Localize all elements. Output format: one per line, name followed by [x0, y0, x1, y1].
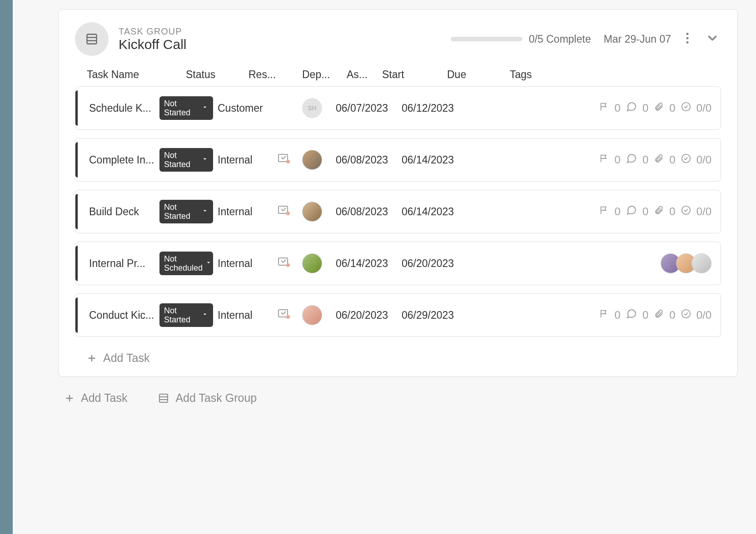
assignee-cell[interactable] [302, 305, 336, 325]
start-date[interactable]: 06/07/2023 [336, 102, 402, 114]
avatar[interactable]: SH [302, 98, 322, 118]
dependency-cell[interactable] [267, 153, 302, 167]
status-select[interactable]: Not Started [159, 148, 213, 172]
due-date[interactable]: 06/14/2023 [402, 154, 483, 166]
col-due[interactable]: Due [447, 69, 506, 81]
task-row[interactable]: Complete In...Not StartedInternal06/08/2… [75, 138, 721, 182]
tag-avatar-stack[interactable] [661, 253, 711, 273]
task-row[interactable]: Build DeckNot StartedInternal06/08/20230… [75, 190, 721, 233]
add-task-group-button[interactable]: Add Task Group [156, 390, 259, 406]
status-select[interactable]: Not Started [159, 200, 213, 223]
counter: 0 [669, 205, 675, 218]
svg-rect-13 [279, 258, 288, 265]
svg-point-6 [681, 103, 690, 111]
assignee-cell[interactable] [302, 202, 336, 222]
kebab-menu-icon[interactable] [684, 30, 691, 48]
task-name[interactable]: Internal Pr... [89, 257, 159, 270]
task-name[interactable]: Complete In... [89, 154, 159, 166]
comment-icon[interactable] [626, 205, 637, 218]
col-start[interactable]: Start [382, 69, 443, 81]
counter: 0 [669, 309, 675, 321]
task-name[interactable]: Conduct Kic... [89, 309, 159, 321]
subtask-icon[interactable] [681, 102, 691, 114]
chevron-down-icon [201, 311, 209, 320]
due-date[interactable]: 06/29/2023 [402, 309, 483, 321]
flag-icon[interactable] [599, 153, 609, 166]
subtask-icon[interactable] [681, 309, 691, 321]
col-status[interactable]: Status [186, 69, 245, 81]
add-task-bottom-button[interactable]: Add Task [63, 390, 129, 406]
status-cell: Not Scheduled [159, 252, 218, 275]
avatar[interactable] [302, 150, 322, 170]
assignee-cell[interactable] [302, 150, 336, 170]
task-group-card: TASK GROUP Kickoff Call 0/5 Complete Mar… [58, 9, 738, 377]
main-area: TASK GROUP Kickoff Call 0/5 Complete Mar… [13, 0, 756, 534]
subtask-icon[interactable] [681, 153, 691, 166]
comment-icon[interactable] [626, 101, 637, 115]
progress: 0/5 Complete [451, 33, 591, 45]
assignee-cell[interactable] [302, 253, 336, 273]
counter: 0 [642, 102, 648, 114]
add-task-group-label: Add Task Group [175, 391, 257, 405]
add-task-button[interactable]: Add Task [75, 348, 161, 368]
flag-icon[interactable] [599, 309, 609, 321]
start-date[interactable]: 06/08/2023 [336, 154, 402, 166]
due-date[interactable]: 06/14/2023 [402, 206, 483, 218]
status-select[interactable]: Not Started [159, 303, 213, 327]
task-name[interactable]: Build Deck [89, 206, 159, 218]
chevron-down-icon [205, 259, 212, 268]
date-range: Mar 29-Jun 07 [604, 33, 671, 45]
col-dependency[interactable]: Dep... [302, 69, 343, 81]
svg-point-9 [681, 154, 690, 163]
dependency-cell[interactable] [267, 256, 302, 271]
dependency-icon [278, 256, 291, 271]
counter: 0/0 [696, 309, 711, 321]
due-date[interactable]: 06/20/2023 [402, 257, 483, 270]
task-row[interactable]: Conduct Kic...Not StartedInternal06/20/2… [75, 293, 721, 337]
subtask-icon[interactable] [681, 205, 691, 218]
resource-cell[interactable]: Internal [218, 257, 267, 270]
dependency-cell[interactable] [267, 204, 302, 219]
attachment-icon[interactable] [654, 102, 664, 114]
task-row[interactable]: Schedule K...Not StartedCustomerSH06/07/… [75, 86, 721, 130]
avatar[interactable] [691, 253, 711, 273]
col-assignee[interactable]: As... [347, 69, 378, 81]
due-date[interactable]: 06/12/2023 [402, 102, 483, 114]
attachment-icon[interactable] [654, 205, 664, 218]
resource-cell[interactable]: Internal [218, 154, 267, 166]
start-date[interactable]: 06/14/2023 [336, 257, 402, 270]
resource-cell[interactable]: Internal [218, 206, 267, 218]
status-cell: Not Started [159, 200, 218, 223]
flag-icon[interactable] [599, 205, 609, 218]
task-row[interactable]: Internal Pr...Not ScheduledInternal06/14… [75, 242, 721, 285]
col-task-name[interactable]: Task Name [87, 69, 182, 81]
avatar[interactable] [302, 202, 322, 222]
task-name[interactable]: Schedule K... [89, 102, 159, 114]
attachment-icon[interactable] [654, 153, 664, 166]
assignee-cell[interactable]: SH [302, 98, 336, 118]
task-group-eyebrow: TASK GROUP [119, 26, 187, 37]
avatar[interactable] [302, 253, 322, 273]
counter: 0 [615, 309, 621, 321]
col-resource[interactable]: Res... [249, 69, 298, 81]
resource-cell[interactable]: Customer [218, 102, 267, 114]
add-task-bottom-label: Add Task [81, 391, 127, 405]
collapse-icon[interactable] [704, 30, 721, 49]
status-select[interactable]: Not Started [159, 96, 213, 120]
start-date[interactable]: 06/20/2023 [336, 309, 402, 321]
start-date[interactable]: 06/08/2023 [336, 206, 402, 218]
task-right: 0000/0 [599, 308, 711, 322]
task-group-name[interactable]: Kickoff Call [119, 37, 187, 52]
comment-icon[interactable] [626, 308, 637, 322]
counter: 0 [615, 205, 621, 218]
dependency-cell[interactable] [267, 308, 302, 322]
comment-icon[interactable] [626, 153, 637, 167]
avatar[interactable] [302, 305, 322, 325]
counter: 0 [615, 102, 621, 114]
col-tags[interactable]: Tags [510, 69, 542, 81]
add-task-label: Add Task [103, 351, 149, 365]
attachment-icon[interactable] [654, 309, 664, 321]
status-select[interactable]: Not Scheduled [159, 252, 213, 275]
flag-icon[interactable] [599, 102, 609, 114]
resource-cell[interactable]: Internal [218, 309, 267, 321]
